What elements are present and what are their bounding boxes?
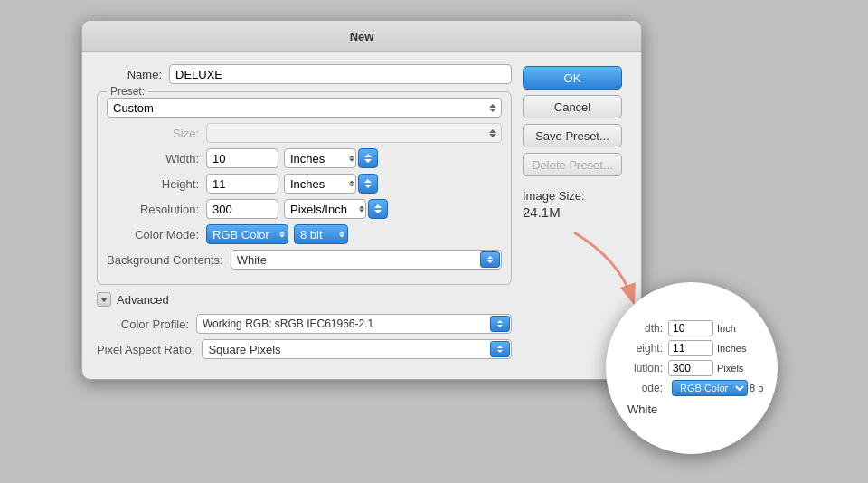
color-profile-row: Color Profile: Working RGB: sRGB IEC6196… — [97, 314, 512, 334]
advanced-label: Advanced — [117, 293, 169, 307]
image-size-value: 24.1M — [523, 204, 627, 220]
zoom-width-unit: Inch — [717, 323, 736, 334]
color-profile-arrow — [490, 316, 510, 332]
height-unit-select[interactable]: Inches — [284, 174, 356, 194]
bit-depth-select[interactable]: 8 bit — [294, 224, 348, 244]
height-label: Height: — [107, 177, 206, 191]
delete-preset-button[interactable]: Delete Preset... — [523, 153, 622, 176]
width-row: Width: Inches — [107, 148, 502, 168]
resolution-row: Resolution: Pixels/Inch — [107, 199, 502, 219]
color-profile-label: Color Profile: — [97, 317, 196, 331]
advanced-toggle[interactable] — [97, 292, 111, 307]
advanced-row: Advanced — [97, 292, 512, 307]
color-mode-wrapper: RGB Color — [206, 224, 288, 244]
size-row: Size: — [107, 123, 502, 143]
pixel-ratio-select[interactable]: Square Pixels — [202, 339, 512, 359]
resolution-dropdown-btn[interactable] — [368, 199, 388, 219]
zoom-mode-wrapper: RGB Color — [668, 380, 748, 396]
resolution-unit-select[interactable]: Pixels/Inch — [284, 199, 366, 219]
color-mode-row: Color Mode: RGB Color — [107, 224, 502, 244]
zoom-width-input[interactable] — [668, 320, 713, 336]
zoom-resolution-row: lution: Pixels — [618, 360, 774, 376]
cancel-button[interactable]: Cancel — [523, 95, 622, 118]
name-input[interactable] — [169, 64, 512, 84]
resolution-unit-wrapper: Pixels/Inch — [284, 199, 366, 219]
zoom-resolution-unit: Pixels — [717, 363, 743, 374]
zoom-width-row: dth: Inch — [618, 320, 774, 336]
zoom-bit-label: 8 b — [750, 383, 763, 393]
preset-legend: Preset: — [107, 85, 148, 98]
dialog-right-panel: OK Cancel Save Preset... Delete Preset..… — [523, 64, 627, 365]
zoom-mode-row: ode: RGB Color 8 b — [618, 380, 774, 396]
background-wrapper: White — [231, 250, 502, 270]
dialog-title: New — [82, 21, 641, 52]
zoom-white-label: White — [618, 400, 774, 416]
size-input — [206, 123, 502, 143]
bit-depth-wrapper: 8 bit — [294, 224, 348, 244]
width-unit-wrapper: Inches — [284, 148, 356, 168]
background-arrow — [480, 251, 500, 268]
color-profile-select[interactable]: Working RGB: sRGB IEC61966-2.1 — [196, 314, 512, 334]
zoom-height-row: eight: Inches — [618, 340, 774, 356]
zoom-circle: dth: Inch eight: Inches lution: Pixels o… — [606, 282, 778, 454]
resolution-input[interactable] — [206, 199, 278, 219]
background-row: Background Contents: White — [107, 250, 502, 270]
width-unit-select[interactable]: Inches — [284, 148, 356, 168]
width-dropdown-btn[interactable] — [358, 148, 378, 168]
height-unit-wrapper: Inches — [284, 174, 356, 194]
preset-row: Custom — [107, 98, 502, 118]
save-preset-button[interactable]: Save Preset... — [523, 124, 622, 147]
advanced-arrow-icon — [100, 298, 108, 302]
pixel-ratio-row: Pixel Aspect Ratio: Square Pixels — [97, 339, 512, 359]
zoom-width-label: dth: — [618, 322, 668, 335]
new-dialog: New Name: Preset: Custom — [81, 20, 642, 380]
name-label: Name: — [97, 68, 169, 81]
preset-group: Preset: Custom — [97, 91, 512, 285]
color-mode-label: Color Mode: — [107, 228, 206, 242]
height-row: Height: Inches — [107, 174, 502, 194]
pixel-ratio-label: Pixel Aspect Ratio: — [97, 343, 202, 356]
image-size-section: Image Size: 24.1M — [523, 189, 627, 220]
height-input[interactable] — [206, 174, 278, 194]
pixel-ratio-arrow — [490, 341, 510, 357]
dialog-container: New Name: Preset: Custom — [81, 20, 787, 463]
preset-select[interactable]: Custom — [107, 98, 502, 118]
width-label: Width: — [107, 152, 206, 166]
background-select[interactable]: White — [231, 250, 502, 270]
zoom-height-input[interactable] — [668, 340, 713, 356]
size-label: Size: — [107, 127, 206, 140]
background-label: Background Contents: — [107, 253, 231, 267]
zoom-resolution-label: lution: — [618, 362, 668, 374]
resolution-label: Resolution: — [107, 203, 206, 216]
zoom-mode-select[interactable]: RGB Color — [672, 380, 748, 396]
dialog-left-panel: Name: Preset: Custom — [97, 64, 512, 365]
zoom-mode-label: ode: — [618, 382, 668, 394]
ok-button[interactable]: OK — [523, 66, 622, 90]
zoom-height-label: eight: — [618, 342, 668, 355]
color-mode-select[interactable]: RGB Color — [206, 224, 288, 244]
color-profile-wrapper: Working RGB: sRGB IEC61966-2.1 — [196, 314, 512, 334]
zoom-resolution-input[interactable] — [668, 360, 713, 376]
height-dropdown-btn[interactable] — [358, 174, 378, 194]
name-row: Name: — [97, 64, 512, 84]
width-input[interactable] — [206, 148, 278, 168]
image-size-title: Image Size: — [523, 189, 627, 203]
pixel-ratio-wrapper: Square Pixels — [202, 339, 512, 359]
zoom-height-unit: Inches — [717, 343, 746, 354]
